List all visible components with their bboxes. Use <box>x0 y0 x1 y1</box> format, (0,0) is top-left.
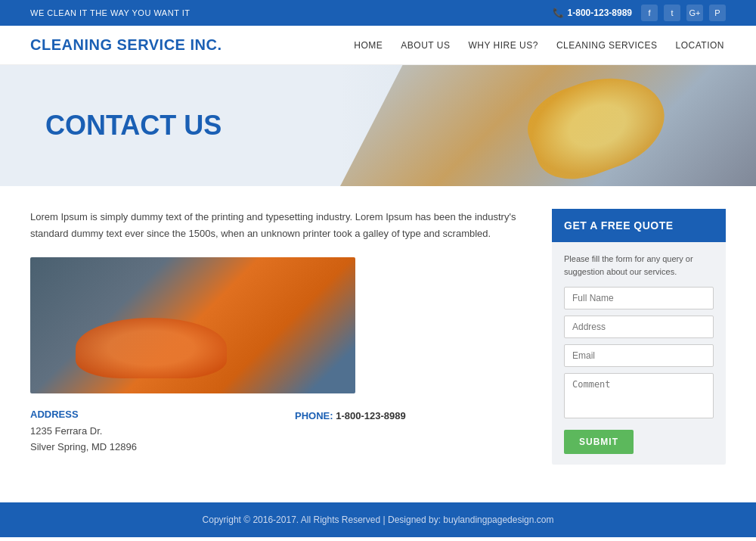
address-line1: 1235 Ferrara Dr. <box>30 424 265 440</box>
nav-home[interactable]: HOME <box>352 37 384 54</box>
address-line2: Silver Spring, MD 12896 <box>30 440 265 455</box>
nav-location[interactable]: LOCATION <box>674 37 726 54</box>
intro-text: Lorem Ipsum is simply dummy text of the … <box>30 209 529 242</box>
email-input[interactable] <box>564 344 714 367</box>
social-icons: f t G+ P <box>641 5 726 21</box>
cleaning-image <box>30 257 355 393</box>
top-bar: WE CLEAN IT THE WAY YOU WANT IT 📞 1-800-… <box>0 0 756 26</box>
quote-form-container: GET A FREE QUOTE Please fill the form fo… <box>552 209 726 465</box>
header: CLEANING SERVICE INC. HOME ABOUT US WHY … <box>0 26 756 65</box>
submit-button[interactable]: SUBMIT <box>564 430 634 454</box>
footer: Copyright © 2016-2017. All Rights Reserv… <box>0 502 756 537</box>
content-left: Lorem Ipsum is simply dummy text of the … <box>30 209 529 465</box>
address-section: ADDRESS 1235 Ferrara Dr. Silver Spring, … <box>30 409 265 455</box>
main-content: Lorem Ipsum is simply dummy text of the … <box>0 186 756 487</box>
quote-body: Please fill the form for any query or su… <box>552 242 726 465</box>
phone-label: PHONE: <box>295 410 333 421</box>
nav-about[interactable]: ABOUT US <box>399 37 451 54</box>
contact-info: ADDRESS 1235 Ferrara Dr. Silver Spring, … <box>30 409 529 455</box>
phone-topbar: 📞 1-800-123-8989 <box>553 8 632 18</box>
phone-section: PHONE: 1-800-123-8989 <box>295 409 529 455</box>
quote-box: GET A FREE QUOTE Please fill the form fo… <box>552 209 726 465</box>
quote-description: Please fill the form for any query or su… <box>564 253 714 278</box>
phone-number-main: 1-800-123-8989 <box>336 410 406 421</box>
top-bar-right: 📞 1-800-123-8989 f t G+ P <box>553 5 726 21</box>
hero-title: CONTACT US <box>45 110 222 141</box>
hero-content: CONTACT US <box>0 110 222 141</box>
address-label: ADDRESS <box>30 409 265 420</box>
quote-header: GET A FREE QUOTE <box>552 209 726 242</box>
googleplus-icon[interactable]: G+ <box>686 5 703 21</box>
hero-banner: CONTACT US <box>0 65 756 186</box>
comment-input[interactable] <box>564 373 714 418</box>
nav-cleaning[interactable]: CLEANING SERVICES <box>555 37 659 54</box>
footer-text: Copyright © 2016-2017. All Rights Reserv… <box>203 515 554 525</box>
phone-number-topbar: 1-800-123-8989 <box>568 8 632 18</box>
logo[interactable]: CLEANING SERVICE INC. <box>30 36 222 54</box>
pinterest-icon[interactable]: P <box>709 5 726 21</box>
phone-contact: PHONE: 1-800-123-8989 <box>295 409 529 424</box>
facebook-icon[interactable]: f <box>641 5 658 21</box>
tagline: WE CLEAN IT THE WAY YOU WANT IT <box>30 8 191 17</box>
twitter-icon[interactable]: t <box>664 5 680 21</box>
nav-why[interactable]: WHY HIRE US? <box>466 37 539 54</box>
fullname-input[interactable] <box>564 287 714 309</box>
main-nav: HOME ABOUT US WHY HIRE US? CLEANING SERV… <box>352 37 726 54</box>
address-input[interactable] <box>564 316 714 338</box>
hero-image <box>340 65 756 186</box>
phone-icon: 📞 <box>553 8 564 18</box>
